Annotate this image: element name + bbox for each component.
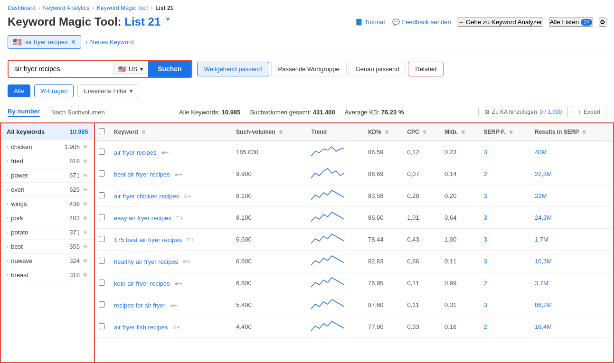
sidebar-item[interactable]: › breast 318 👁	[1, 268, 94, 282]
keyword-cell[interactable]: air fryer chicken recipes ≡+	[110, 185, 232, 207]
keyword-analyzer-btn[interactable]: → Gehe zu Keyword Analyzer	[457, 18, 543, 27]
th-cpc[interactable]: CPC ⇅	[403, 123, 441, 141]
breadcrumb-dashboard[interactable]: Dashboard	[8, 5, 36, 11]
results-cell: 22M	[531, 185, 613, 207]
th-kd[interactable]: KD% ⇅	[364, 123, 403, 141]
add-keyword-icon[interactable]: ≡+	[174, 170, 182, 178]
all-lists-btn[interactable]: Alle Listen 22	[549, 18, 593, 27]
eye-icon[interactable]: 👁	[83, 215, 88, 222]
add-ka-button[interactable]: ⊞ Zu KA hinzufügen 0 / 1.000	[478, 106, 568, 118]
breadcrumb-magic-tool[interactable]: Keyword Magic Tool	[97, 5, 148, 11]
serp-f-cell[interactable]: 2	[480, 163, 531, 185]
add-keyword-icon[interactable]: ≡+	[161, 149, 169, 156]
all-filter-btn[interactable]: Alle	[8, 84, 30, 97]
sidebar-item[interactable]: › wings 436 👁	[1, 197, 94, 211]
add-keyword-icon[interactable]: ≡+	[176, 214, 183, 222]
row-checkbox[interactable]	[99, 149, 105, 155]
keyword-cell[interactable]: 175 best air fryer recipes ≡+	[110, 229, 232, 251]
eye-icon[interactable]: 👁	[83, 229, 88, 236]
tab-by-number[interactable]: By number	[8, 108, 40, 117]
search-bar: 🇺🇸 US ▾ Suchen Weitgehend passend Passen…	[0, 54, 614, 82]
row-checkbox[interactable]	[99, 214, 105, 220]
serp-f-cell[interactable]: 3	[480, 185, 531, 207]
sidebar-item[interactable]: › best 355 👁	[1, 240, 94, 254]
eye-icon[interactable]: 👁	[83, 158, 88, 165]
serp-f-cell[interactable]: 3	[480, 207, 531, 229]
eye-icon[interactable]: 👁	[83, 258, 88, 264]
sidebar-item[interactable]: › pork 403 👁	[1, 211, 94, 225]
match-tab-passende[interactable]: Passende Wortgruppe	[271, 62, 347, 76]
feedback-icon: 💬	[392, 19, 400, 26]
row-checkbox[interactable]	[99, 170, 105, 177]
search-input[interactable]	[9, 61, 113, 76]
settings-icon[interactable]: ⚙	[599, 18, 606, 27]
serp-f-cell[interactable]: 2	[480, 272, 531, 294]
serp-f-cell[interactable]: 3	[480, 294, 531, 316]
eye-icon[interactable]: 👁	[83, 144, 88, 150]
breadcrumb-keyword-analytics[interactable]: Keyword Analytics	[43, 5, 89, 11]
sidebar-item[interactable]: › nuwave 324 👁	[1, 254, 94, 268]
add-keyword-icon[interactable]: ≡+	[183, 258, 190, 265]
tutorial-link[interactable]: 📘 Tutorial	[355, 19, 385, 26]
eye-icon[interactable]: 👁	[83, 187, 88, 193]
serp-f-cell[interactable]: 3	[480, 229, 531, 251]
erweiterte-filter-dropdown[interactable]: Erweiterte Filter ▾	[77, 84, 139, 97]
eye-icon[interactable]: 👁	[83, 172, 88, 179]
search-button[interactable]: Suchen	[148, 61, 191, 77]
th-results[interactable]: Results in SERP ⇅	[531, 123, 613, 141]
new-keyword-btn[interactable]: + Neues Keyword	[85, 38, 134, 46]
sidebar-item[interactable]: › oven 625 👁	[1, 183, 94, 197]
th-serp-f[interactable]: SERP-F. ⇅	[480, 123, 531, 141]
keyword-tag[interactable]: 🇺🇸 air fryer recipes ✕	[8, 35, 81, 49]
cpc-cell: 1,01	[403, 207, 441, 229]
breadcrumb-sep-3: ›	[151, 5, 152, 11]
keyword-cell[interactable]: air fryer recipes ≡+	[110, 141, 232, 163]
keyword-cell[interactable]: recipes for air fryer ≡+	[110, 294, 232, 316]
feedback-link[interactable]: 💬 Feedback senden	[392, 19, 451, 26]
country-select[interactable]: 🇺🇸 US ▾	[113, 63, 148, 75]
match-tab-weitgehend[interactable]: Weitgehend passend	[197, 62, 269, 76]
match-tab-related[interactable]: Related	[408, 62, 444, 76]
keyword-cell[interactable]: easy air fryer recipes ≡+	[110, 207, 232, 229]
sidebar-item[interactable]: › chicken 1.905 👁	[1, 140, 94, 154]
sidebar-item-label: oven	[11, 186, 24, 193]
sidebar-item[interactable]: › power 671 👁	[1, 168, 94, 183]
add-keyword-icon[interactable]: ≡+	[187, 236, 194, 243]
row-checkbox[interactable]	[99, 323, 105, 329]
th-mitb[interactable]: Mitb. ⇅	[441, 123, 480, 141]
row-checkbox[interactable]	[99, 236, 105, 242]
row-checkbox[interactable]	[99, 301, 105, 308]
th-trend[interactable]: Trend	[307, 123, 364, 141]
filter-bar: Alle W-Fragen Erweiterte Filter ▾	[0, 82, 614, 102]
serp-f-cell[interactable]: 2	[480, 316, 531, 338]
row-checkbox[interactable]	[99, 280, 105, 286]
tab-nach-suchvolumen[interactable]: Nach Suchvolumen	[51, 109, 105, 116]
row-checkbox[interactable]	[99, 192, 105, 198]
match-tab-genau[interactable]: Genau passend	[349, 62, 406, 76]
eye-icon[interactable]: 👁	[83, 272, 88, 279]
serp-f-cell[interactable]: 3	[480, 251, 531, 272]
cpc-cell: 0,12	[403, 141, 441, 163]
row-checkbox[interactable]	[99, 258, 105, 264]
keyword-cell[interactable]: keto air fryer recipes ≡+	[110, 272, 232, 294]
cpc-cell: 0,66	[403, 251, 441, 272]
serp-f-cell[interactable]: 3	[480, 141, 531, 163]
list-chevron-icon[interactable]: ˅	[162, 17, 170, 28]
select-all-checkbox[interactable]	[99, 128, 105, 134]
sidebar-item[interactable]: › potato 371 👁	[1, 225, 94, 240]
th-keyword[interactable]: Keyword ⇅	[110, 123, 232, 141]
eye-icon[interactable]: 👁	[83, 201, 88, 207]
keyword-cell[interactable]: healthy air fryer recipes ≡+	[110, 251, 232, 272]
keyword-cell[interactable]: air fryer fish recipes ≡+	[110, 316, 232, 338]
add-keyword-icon[interactable]: ≡+	[174, 280, 182, 287]
sidebar-item[interactable]: › fried 818 👁	[1, 154, 94, 168]
th-suchvolumen[interactable]: Such-volumen ⇅	[232, 123, 307, 141]
add-keyword-icon[interactable]: ≡+	[184, 192, 191, 200]
add-keyword-icon[interactable]: ≡+	[170, 301, 178, 309]
export-button[interactable]: ↑ Export	[572, 106, 606, 118]
keyword-cell[interactable]: best air fryer recipes ≡+	[110, 163, 232, 185]
tag-close-icon[interactable]: ✕	[71, 38, 76, 46]
w-fragen-btn[interactable]: W-Fragen	[34, 84, 74, 97]
add-keyword-icon[interactable]: ≡+	[172, 323, 180, 331]
eye-icon[interactable]: 👁	[83, 243, 88, 250]
